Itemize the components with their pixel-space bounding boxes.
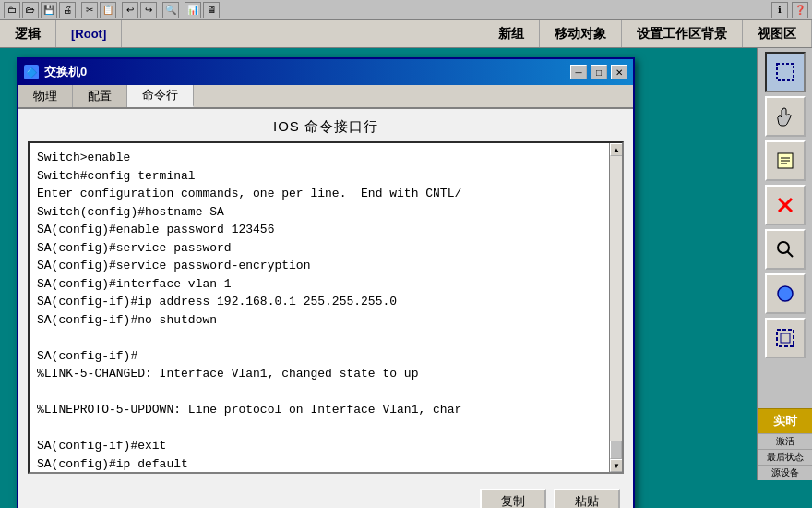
window-titlebar[interactable]: 🔷 交换机0 ─ □ ✕	[18, 59, 633, 85]
rt-region-btn[interactable]	[765, 318, 806, 358]
minimize-button[interactable]: ─	[570, 65, 587, 79]
toolbar-icon-7[interactable]: 📋	[100, 2, 116, 18]
rt-delete-btn[interactable]	[765, 185, 806, 225]
menubar: 逻辑 [Root] 新组 移动对象 设置工作区背景 视图区	[0, 20, 812, 48]
rt-bottom-section: 实时 激活 最后状态 源设备	[758, 408, 812, 480]
toolbar-icon-5[interactable]	[78, 2, 79, 18]
svg-rect-10	[777, 330, 794, 346]
rt-label-source: 源设备	[758, 465, 812, 480]
scrollbar-up-btn[interactable]: ▲	[610, 143, 623, 156]
switch-window: 🔷 交换机0 ─ □ ✕ 物理 配置 命令行 IOS 命令接口行 Switch>…	[17, 57, 635, 508]
svg-rect-11	[781, 333, 790, 343]
svg-line-8	[787, 251, 793, 257]
terminal-content[interactable]: Switch>enable Switch#config terminal Ent…	[30, 143, 622, 472]
menu-moveobject[interactable]: 移动对象	[540, 20, 622, 47]
toolbar-icon-2[interactable]: 🗁	[22, 2, 39, 18]
rt-select-btn[interactable]	[765, 52, 806, 92]
toolbar-icon-6[interactable]: ✂	[81, 2, 98, 18]
taskbar-top: 🗀 🗁 💾 🖨 ✂ 📋 ↩ ↪ 🔍 📊 🖥 ℹ ❓	[0, 0, 812, 20]
desktop: 实时 激活 最后状态 源设备 🔷 交换机0 ─ □ ✕ 物理 配置	[0, 48, 812, 480]
help-icon[interactable]: ❓	[792, 2, 808, 18]
menu-logic[interactable]: 逻辑	[0, 20, 56, 47]
toolbar-icon-9[interactable]: ↩	[122, 2, 138, 18]
window-tabs: 物理 配置 命令行	[18, 85, 633, 109]
menu-newgroup[interactable]: 新组	[484, 20, 540, 47]
svg-point-9	[778, 286, 793, 301]
tab-config[interactable]: 配置	[73, 85, 127, 107]
terminal-scrollbar[interactable]: ▲ ▼	[609, 143, 622, 472]
toolbar-icon-11[interactable]	[159, 2, 161, 18]
svg-rect-0	[777, 64, 794, 80]
toolbar-icon-3[interactable]: 💾	[41, 2, 57, 18]
toolbar-icon-1[interactable]: 🗀	[4, 2, 20, 18]
tab-cli[interactable]: 命令行	[127, 85, 194, 107]
info-icon[interactable]: ℹ	[771, 2, 788, 18]
toolbar-icon-13[interactable]	[181, 2, 183, 18]
rt-hand-btn[interactable]	[765, 96, 806, 137]
tab-physical[interactable]: 物理	[18, 85, 73, 107]
restore-button[interactable]: □	[591, 65, 607, 79]
rt-shape-btn[interactable]	[765, 273, 806, 314]
toolbar-icon-10[interactable]: ↪	[140, 2, 157, 18]
rt-label-laststatus: 最后状态	[758, 449, 812, 465]
menu-root: [Root]	[56, 20, 122, 47]
toolbar-icon-14[interactable]: 📊	[185, 2, 201, 18]
terminal-area[interactable]: Switch>enable Switch#config terminal Ent…	[28, 141, 624, 474]
copy-button[interactable]: 复制	[480, 489, 546, 508]
menu-viewarea[interactable]: 视图区	[743, 20, 812, 47]
scrollbar-thumb[interactable]	[610, 441, 622, 459]
menu-setbg[interactable]: 设置工作区背景	[622, 20, 743, 47]
toolbar-icon-8[interactable]	[118, 2, 120, 18]
rt-label-activate: 激活	[758, 433, 812, 449]
rt-note-btn[interactable]	[765, 140, 806, 181]
scrollbar-down-btn[interactable]: ▼	[610, 459, 623, 472]
window-icon: 🔷	[24, 65, 39, 79]
toolbar-icon-12[interactable]: 🔍	[162, 2, 179, 18]
window-bottom: 复制 粘贴	[18, 483, 633, 508]
toolbar-icons: 🗀 🗁 💾 🖨 ✂ 📋 ↩ ↪ 🔍 📊 🖥	[0, 2, 220, 18]
rt-zoom-btn[interactable]	[765, 229, 806, 270]
window-title: 🔷 交换机0	[24, 64, 87, 80]
realtime-label[interactable]: 实时	[758, 408, 812, 433]
toolbar-icon-4[interactable]: 🖨	[59, 2, 76, 18]
window-title-text: 交换机0	[44, 64, 87, 80]
info-icons: ℹ ❓	[771, 2, 808, 18]
window-controls: ─ □ ✕	[570, 65, 627, 79]
scrollbar-track[interactable]	[610, 156, 622, 459]
toolbar-icon-15[interactable]: 🖥	[203, 2, 220, 18]
close-button[interactable]: ✕	[611, 65, 627, 79]
ios-title: IOS 命令接口行	[18, 109, 633, 141]
rt-bottom-labels: 激活 最后状态 源设备	[758, 433, 812, 480]
right-toolbar: 实时 激活 最后状态 源设备	[757, 48, 812, 480]
paste-button[interactable]: 粘贴	[554, 489, 620, 508]
